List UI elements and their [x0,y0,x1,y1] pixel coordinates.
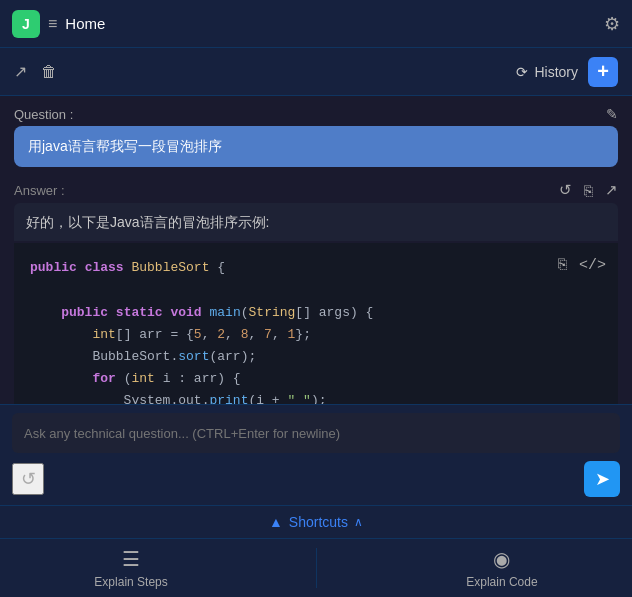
share-answer-icon[interactable]: ↗ [605,181,618,199]
explain-code-icon: ◉ [493,547,510,571]
avatar: J [12,10,40,38]
code-block-icons: ⎘ </> [558,253,606,279]
add-button[interactable]: + [588,57,618,87]
copy-code-icon[interactable]: ⎘ [558,253,567,279]
source-code-icon[interactable]: </> [579,253,606,279]
main-content: Question : ✎ 用java语言帮我写一段冒泡排序 Answer : ↺… [0,96,632,404]
toolbar-left: ↗ 🗑 [14,62,57,81]
page-title: Home [65,15,604,32]
answer-label: Answer : [14,183,65,198]
refresh-icon[interactable]: ↺ [559,181,572,199]
question-text: 用java语言帮我写一段冒泡排序 [28,138,222,154]
answer-label-row: Answer : ↺ ⎘ ↗ [14,181,618,199]
code-line-1: public class BubbleSort { [30,257,602,279]
explain-steps-button[interactable]: ☰ Explain Steps [94,547,167,589]
header: J ≡ Home ⚙ [0,0,632,48]
explain-steps-icon: ☰ [122,547,140,571]
code-line-4: int[] arr = {5, 2, 8, 7, 1}; [30,324,602,346]
history-button[interactable]: ⟳ History [516,64,578,80]
input-row [12,413,620,453]
code-line-2 [30,279,602,301]
history-icon: ⟳ [516,64,528,80]
answer-icons: ↺ ⎘ ↗ [559,181,618,199]
shortcuts-triangle-icon: ▲ [269,514,283,530]
input-actions: ↺ ➤ [12,461,620,497]
input-area: ↺ ➤ [0,404,632,505]
code-line-7: System.out.print(i + " "); [30,390,602,404]
chevron-up-icon: ∧ [354,515,363,529]
share-icon[interactable]: ↗ [14,62,27,81]
edit-icon[interactable]: ✎ [606,106,618,122]
code-block: ⎘ </> public class BubbleSort { public s… [14,243,618,404]
toolbar: ↗ 🗑 ⟳ History + [0,48,632,96]
answer-section: Answer : ↺ ⎘ ↗ 好的，以下是Java语言的冒泡排序示例: ⎘ </… [14,175,618,404]
code-line-6: for (int i : arr) { [30,368,602,390]
copy-answer-icon[interactable]: ⎘ [584,182,593,199]
explain-code-button[interactable]: ◉ Explain Code [466,547,537,589]
gear-icon[interactable]: ⚙ [604,13,620,35]
question-box: 用java语言帮我写一段冒泡排序 [14,126,618,167]
answer-intro-text: 好的，以下是Java语言的冒泡排序示例: [26,214,269,230]
search-input[interactable] [24,426,608,441]
code-line-5: BubbleSort.sort(arr); [30,346,602,368]
trash-icon[interactable]: 🗑 [41,63,57,81]
undo-button[interactable]: ↺ [12,463,44,495]
shortcuts-bar[interactable]: ▲ Shortcuts ∧ [0,506,632,539]
shortcuts-label: Shortcuts [289,514,348,530]
explain-steps-label: Explain Steps [94,575,167,589]
explain-code-label: Explain Code [466,575,537,589]
question-label-row: Question : ✎ [14,106,618,122]
footer-items: ☰ Explain Steps ◉ Explain Code [0,539,632,597]
code-line-3: public static void main(String[] args) { [30,302,602,324]
answer-intro: 好的，以下是Java语言的冒泡排序示例: [14,203,618,241]
history-label: History [534,64,578,80]
question-label: Question : [14,107,73,122]
footer-divider [316,548,317,588]
footer: ▲ Shortcuts ∧ ☰ Explain Steps ◉ Explain … [0,505,632,597]
send-button[interactable]: ➤ [584,461,620,497]
menu-icon[interactable]: ≡ [48,15,57,33]
question-section: Question : ✎ 用java语言帮我写一段冒泡排序 [14,106,618,167]
toolbar-right: ⟳ History + [516,57,618,87]
